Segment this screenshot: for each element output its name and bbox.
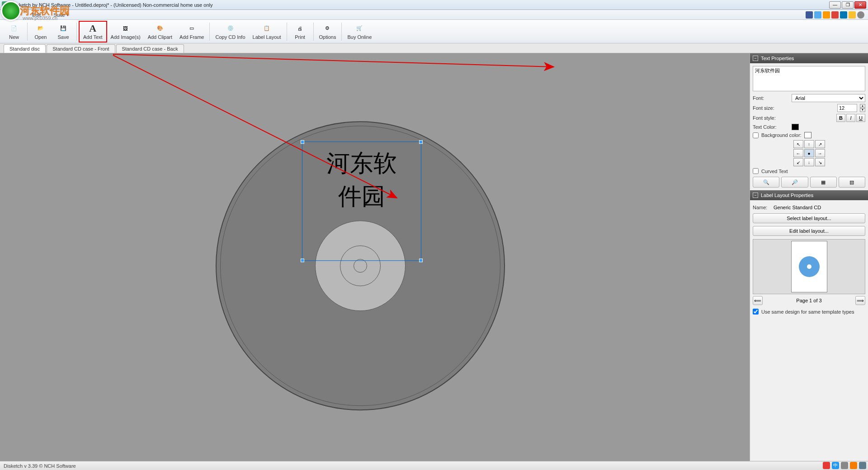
mic-icon[interactable] [850, 462, 857, 469]
sogou-ime-icon[interactable] [823, 462, 830, 469]
flip-h-icon: 🔍 [763, 179, 769, 185]
linkedin-icon[interactable] [840, 11, 847, 19]
resize-handle-tl[interactable] [301, 140, 304, 144]
text-color-swatch[interactable] [792, 124, 799, 130]
buy-online-button[interactable]: Buy Online [344, 21, 375, 42]
canvas-area[interactable]: 河东软件园 [0, 53, 750, 461]
ime-lang-icon[interactable]: 中 [832, 462, 839, 469]
resize-handle-br[interactable] [419, 258, 423, 262]
status-text: Disketch v 3.39 © NCH Software [4, 463, 76, 469]
open-icon [36, 24, 46, 33]
italic-button[interactable]: I [846, 114, 855, 122]
label-layout-button[interactable]: Label Layout [249, 21, 285, 42]
facebook-icon[interactable] [806, 11, 813, 19]
restore-button[interactable]: ❐ [842, 1, 854, 9]
favorite-icon[interactable] [849, 11, 856, 19]
toolbar-separator [209, 23, 210, 41]
align-bc[interactable]: ↓ [804, 158, 814, 166]
resize-handle-tr[interactable] [419, 140, 423, 144]
print-button[interactable]: Print [289, 21, 311, 42]
status-bar: Disketch v 3.39 © NCH Software [0, 461, 868, 470]
page-info: Page 1 of 3 [763, 298, 855, 303]
bg-color-swatch[interactable] [804, 132, 811, 138]
flip-v-icon: 🔎 [792, 179, 798, 185]
send-backward-button[interactable]: ▧ [839, 177, 865, 188]
cd-info-icon [226, 24, 236, 33]
add-frame-button[interactable]: Add Frame [176, 21, 208, 42]
align-bl[interactable]: ↙ [793, 158, 803, 166]
toolbar-separator [27, 23, 28, 41]
add-text-button[interactable]: AAdd Text [79, 21, 107, 42]
minimize-button[interactable]: — [829, 1, 841, 9]
same-design-label: Use same design for same template types [761, 309, 854, 315]
align-tr[interactable]: ↗ [815, 140, 825, 148]
align-mc[interactable]: ● [804, 149, 814, 157]
add-clipart-button[interactable]: Add Clipart [144, 21, 176, 42]
side-panel: − Text Properties 河东软件园 Font: Arial Font… [750, 53, 868, 461]
font-select[interactable]: Arial [792, 94, 865, 102]
next-page-button[interactable]: ⟹ [855, 296, 865, 305]
same-design-checkbox[interactable] [753, 309, 759, 315]
select-layout-button[interactable]: Select label layout... [753, 213, 865, 223]
tab-case-front[interactable]: Standard CD case - Front [47, 44, 115, 53]
bold-button[interactable]: B [836, 114, 845, 122]
menu-home[interactable]: Home [4, 11, 22, 19]
text-object-content: 河东软件园 [302, 142, 421, 213]
window-title: Disketch by NCH Software - Untitled.depr… [12, 2, 829, 8]
label-layout-label: Label Layout [253, 34, 281, 40]
toolbar-separator [313, 23, 314, 41]
text-properties-body: 河东软件园 Font: Arial Font size: ▲▼ Font sty… [750, 63, 868, 190]
image-icon [121, 24, 131, 33]
collapse-icon[interactable]: − [753, 56, 758, 61]
bring-forward-button[interactable]: ▦ [810, 177, 837, 188]
share-plus-icon[interactable] [823, 11, 830, 19]
flip-horizontal-button[interactable]: 🔍 [753, 177, 779, 188]
keyboard-icon[interactable] [841, 462, 848, 469]
toolbar-separator [76, 23, 77, 41]
font-style-label: Font style: [753, 115, 789, 121]
add-images-button[interactable]: Add Image(s) [107, 21, 144, 42]
font-size-input[interactable] [837, 104, 857, 112]
save-label: Save [57, 34, 69, 40]
edit-layout-button[interactable]: Edit label layout... [753, 226, 865, 236]
layout-icon [262, 24, 272, 33]
align-br[interactable]: ↘ [815, 158, 825, 166]
flip-vertical-button[interactable]: 🔎 [781, 177, 808, 188]
options-button[interactable]: Options [316, 21, 340, 42]
collapse-icon[interactable]: − [753, 193, 758, 198]
copy-cd-info-button[interactable]: Copy CD Info [212, 21, 249, 42]
resize-handle-bl[interactable] [301, 258, 304, 262]
settings-icon[interactable] [859, 462, 866, 469]
text-content-input[interactable]: 河东软件园 [753, 66, 865, 91]
text-properties-header[interactable]: − Text Properties [750, 53, 868, 63]
open-button[interactable]: Open [29, 21, 52, 42]
twitter-icon[interactable] [814, 11, 821, 19]
font-size-spinner[interactable]: ▲▼ [860, 104, 865, 112]
tab-case-back[interactable]: Standard CD case - Back [116, 44, 184, 53]
underline-button[interactable]: U [856, 114, 865, 122]
bg-color-checkbox[interactable] [753, 132, 759, 138]
align-tl[interactable]: ↖ [793, 140, 803, 148]
buy-online-label: Buy Online [347, 34, 372, 40]
align-mr[interactable]: → [815, 149, 825, 157]
font-label: Font: [753, 95, 789, 101]
print-label: Print [295, 34, 305, 40]
curved-text-checkbox[interactable] [753, 168, 759, 174]
align-ml[interactable]: ← [793, 149, 803, 157]
menu-suite[interactable]: Suite ▾ [51, 11, 72, 19]
print-icon [295, 24, 305, 33]
text-object[interactable]: 河东软件园 [302, 141, 421, 261]
new-button[interactable]: New [3, 21, 25, 42]
tab-standard-disc[interactable]: Standard disc [4, 44, 46, 53]
prev-page-button[interactable]: ⟸ [753, 296, 763, 305]
help-icon[interactable] [857, 11, 864, 19]
align-tc[interactable]: ↑ [804, 140, 814, 148]
save-button[interactable]: Save [52, 21, 75, 42]
close-button[interactable]: ✕ [854, 1, 866, 9]
menu-bar: Home Edit Suite ▾ [0, 10, 868, 20]
layout-properties-body: Name: Generic Standard CD Select label l… [750, 200, 868, 319]
layout-properties-header[interactable]: − Label Layout Properties [750, 190, 868, 200]
menu-edit[interactable]: Edit [29, 11, 43, 19]
add-clipart-label: Add Clipart [148, 34, 172, 40]
google-share-icon[interactable] [831, 11, 839, 19]
